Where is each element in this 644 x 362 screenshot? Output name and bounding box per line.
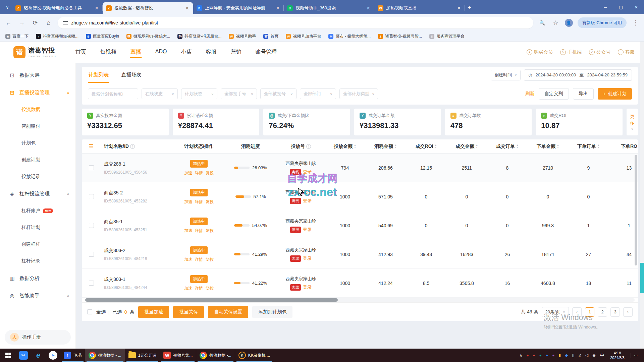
sort-icon[interactable]: ▲▼ [516,144,519,148]
row-checkbox[interactable] [89,281,94,286]
bookmark-weixianchang[interactable]: 微微现场Plus-微信大... [126,34,170,39]
ime-indicator[interactable]: 中 [600,352,604,358]
bookmark-channels-helper[interactable]: W视频号助手 [229,34,256,39]
home-button[interactable]: ⌂ [44,19,53,26]
details-link[interactable]: 详情 [195,286,203,291]
tab-close-icon[interactable]: ✕ [456,5,462,11]
taskbar-pinned-scissors[interactable]: ✂ [16,349,31,362]
bookmark-doudian[interactable]: 抖抖店登录-抖店后台... [177,34,221,39]
sidebar-item-delivery-records[interactable]: 投放记录 [0,168,75,185]
sort-icon[interactable]: ▲▼ [597,144,600,148]
tray-battery-icon[interactable]: ▯ [572,353,574,358]
forward-button[interactable]: → [17,19,26,26]
page-size-select[interactable]: 20条/页∨ [542,307,569,317]
auto-stop-settings-button[interactable]: 自动关停设置 [208,306,248,318]
refresh-button[interactable]: 刷新 [525,91,535,97]
kebab-menu-icon[interactable]: ⋮ [631,19,640,26]
tray-icon[interactable]: ● [533,353,535,358]
tab-close-icon[interactable]: ✕ [184,5,190,11]
select-all-label[interactable]: 全选 [96,309,106,315]
tray-network-icon[interactable]: ◁ [585,353,588,358]
table-row[interactable]: 商点35-2ID:5896261005_453282 加热中加速详情复投 57.… [82,182,638,211]
row-checkbox[interactable] [89,252,94,257]
row-checkbox[interactable] [89,165,94,170]
browser-tab-2-active[interactable]: Z 投流数据 - 诸葛智投 ✕ [103,2,193,14]
taskbar-pinned-arrow-app[interactable]: ➤ [46,349,60,362]
taskbar-window-wps[interactable]: W视频号第... [160,349,196,362]
custom-columns-button[interactable]: 自定义列 [539,88,569,100]
sidebar-item-create-plan[interactable]: 创建计划 [0,152,75,168]
sidebar-item-data-analysis[interactable]: ▥数据分析 [0,269,75,287]
nav-marketing[interactable]: 营销 [230,42,242,62]
speed-up-link[interactable]: 加速 [184,257,192,262]
tab-live-sessions[interactable]: 直播场次 [121,67,142,83]
sidebar-item-create-lever[interactable]: 创建杠杆 [0,236,75,253]
speed-up-link[interactable]: 加速 [184,228,192,234]
tab-close-icon[interactable]: ✕ [94,5,99,11]
sidebar-group-lever-ads[interactable]: ◈杠杆投流管理∧ [0,185,75,202]
bookmark-star-icon[interactable]: ☆ [551,19,560,26]
taskbar-window-chrome-2[interactable]: 投流数据 -... [196,349,234,362]
mobile-link[interactable]: S手机端 [560,49,582,55]
bookmark-service-platform[interactable]: S服务商管理平台 [429,34,465,39]
sidebar-item-smart-compensation[interactable]: 智能赔付 [0,118,75,135]
profile-avatar[interactable]: 👤 [565,19,573,27]
nav-shop[interactable]: 小店 [180,42,193,62]
table-row[interactable]: 商点35-1ID:5896261005_453251 加热中加速详情复投 54.… [82,211,638,240]
bookmark-baidu[interactable]: ◉百度一下 [5,34,29,39]
sidebar-item-lever-account[interactable]: 杠杆账户new [0,202,75,219]
nav-live[interactable]: 直播 [130,42,142,62]
sidebar-item-ad-data[interactable]: 投流数据 [0,101,75,118]
sidebar-item-lever-records[interactable]: 杠杆记录 [0,253,75,269]
nav-account[interactable]: 账号管理 [255,42,278,62]
re-invest-link[interactable]: 复投 [206,170,214,176]
nav-short-video[interactable]: 短视频 [100,42,117,62]
tray-usb-icon[interactable]: ⊕ [592,353,596,358]
login-link[interactable]: 登录 [303,198,312,204]
back-button[interactable]: ← [4,19,13,26]
new-tab-button[interactable]: + [468,4,471,11]
details-link[interactable]: 详情 [195,199,203,205]
select-all-checkbox[interactable] [87,309,92,314]
browser-tab-4[interactable]: O 视频号助手_360搜索 ✕ [284,2,374,14]
table-row[interactable]: 成交303-1ID:5896261005_484244 加热中加速详情复投 41… [82,269,638,298]
export-button[interactable]: 导出 [573,88,594,100]
prev-page-button[interactable]: ‹ [572,307,582,317]
create-plan-button[interactable]: +创建计划 [598,88,632,100]
login-link[interactable]: 登录 [303,169,312,175]
page-vertical-scrollbar[interactable] [640,42,644,349]
table-row[interactable]: 成交303-2ID:5896261005_484219 加热中加速详情复投 41… [82,240,638,269]
site-settings-icon[interactable] [63,21,68,24]
nav-adq[interactable]: ADQ [155,42,168,62]
filter-operator-account[interactable]: 全部投手号∨ [221,88,257,99]
tray-folder-icon[interactable]: ▮ [558,353,561,358]
sort-icon[interactable]: ▲▼ [557,144,559,148]
bookmark-douyin-live[interactable]: ♪抖音直播和短视频... [36,34,78,39]
tray-icon[interactable]: ● [539,353,542,358]
row-checkbox[interactable] [89,194,94,199]
taskbar-feishu[interactable]: f飞书 [60,349,85,362]
bookmark-homepage[interactable]: 首首页 [263,34,278,39]
tab-close-icon[interactable]: ✕ [275,5,280,11]
batch-stop-button[interactable]: 批量关停 [173,306,204,318]
tab-search-icon[interactable]: ∨ [3,3,12,12]
re-invest-link[interactable]: 复投 [206,228,214,234]
tab-close-icon[interactable]: ✕ [366,5,371,11]
sort-icon[interactable]: ▲▼ [434,144,437,148]
sidebar-item-ai-helper[interactable]: ◎智能助手∧ [0,287,75,304]
next-page-button[interactable]: › [623,307,633,317]
date-start[interactable]: 2024-04-20 00:00:00 [536,72,576,77]
speed-up-link[interactable]: 加速 [184,199,192,205]
scrollbar-thumb[interactable] [85,298,338,302]
table-row[interactable]: 成交288-1ID:5896261005_456456 加热中加速详情复投 26… [82,154,638,182]
date-range-picker[interactable]: ◷ 2024-04-20 00:00:00 至 2024-04-20 23:59… [524,69,632,81]
bookmark-heating-platform[interactable]: W视频号加热平台 [286,34,321,39]
help-icon[interactable]: ? [306,144,311,149]
browser-tab-1[interactable]: Z 诸葛智投-视频号电商必备工具 ✕ [12,2,103,14]
sidebar-item-lever-plan[interactable]: 杠杆计划 [0,219,75,236]
page-3-button[interactable]: 3 [610,307,620,317]
login-link[interactable]: 登录 [303,255,312,261]
bookmark-zhuge[interactable]: Z诸葛智投-视频号智... [378,34,422,39]
more-stats-button[interactable]: 更多∨ [627,109,638,135]
site-logo[interactable]: 诸 诸葛智投ZHUGE ZHITOU [13,46,56,58]
